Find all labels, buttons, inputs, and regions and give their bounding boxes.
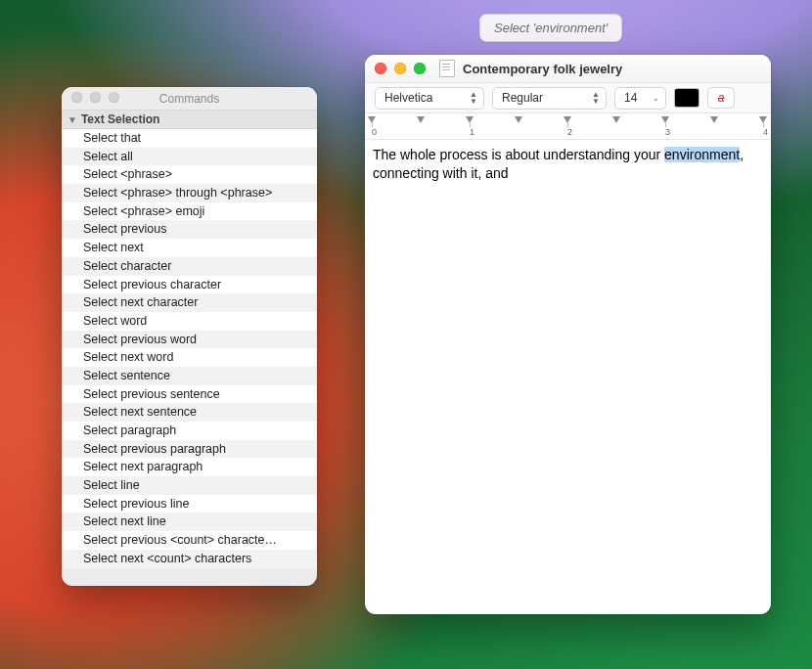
command-row[interactable]: Select <phrase> through <phrase> bbox=[62, 184, 317, 202]
command-row[interactable]: Select next sentence bbox=[62, 403, 317, 422]
commands-group-header[interactable]: ▼ Text Selection bbox=[62, 110, 317, 129]
tab-stop-icon[interactable] bbox=[466, 116, 474, 123]
commands-window: Commands ▼ Text Selection Select thatSel… bbox=[62, 87, 317, 586]
document-title: Contemporary folk jewelry bbox=[463, 62, 622, 76]
tab-stop-icon[interactable] bbox=[661, 116, 669, 123]
document-icon bbox=[439, 60, 455, 77]
commands-group-label: Text Selection bbox=[81, 112, 159, 126]
updown-icon: ▲▼ bbox=[592, 91, 600, 105]
tab-stop-icon[interactable] bbox=[368, 116, 376, 123]
command-row[interactable]: Select next line bbox=[62, 513, 317, 531]
tab-stop-icon[interactable] bbox=[515, 116, 522, 123]
font-size-stepper[interactable]: 14 ⌄ bbox=[614, 87, 666, 110]
command-row[interactable]: Select all bbox=[62, 148, 317, 166]
tab-stop-icon[interactable] bbox=[417, 116, 425, 123]
document-body[interactable]: The whole process is about understanding… bbox=[365, 140, 771, 614]
desktop-background: Select 'environment' Commands ▼ Text Sel… bbox=[0, 0, 812, 669]
stepper-icon: ⌄ bbox=[653, 94, 659, 103]
command-row[interactable]: Select previous paragraph bbox=[62, 440, 317, 459]
command-row[interactable]: Select <phrase> bbox=[62, 165, 317, 184]
minimize-icon[interactable] bbox=[90, 92, 101, 103]
tab-stop-icon[interactable] bbox=[710, 116, 718, 123]
command-row[interactable]: Select that bbox=[62, 129, 317, 148]
clear-formatting-button[interactable]: a bbox=[707, 87, 735, 109]
close-icon[interactable] bbox=[375, 63, 386, 74]
traffic-lights-disabled bbox=[71, 92, 119, 103]
command-row[interactable]: Select next character bbox=[62, 293, 317, 312]
traffic-lights bbox=[375, 63, 426, 74]
selected-text: environment bbox=[664, 147, 740, 162]
text-color-swatch[interactable] bbox=[674, 88, 699, 108]
command-row[interactable]: Select word bbox=[62, 312, 317, 331]
commands-list: Select thatSelect allSelect <phrase>Sele… bbox=[62, 129, 317, 586]
document-window: Contemporary folk jewelry Helvetica ▲▼ R… bbox=[365, 55, 771, 614]
command-row[interactable]: Select previous word bbox=[62, 331, 317, 349]
command-row[interactable]: Select previous bbox=[62, 220, 317, 239]
font-style-select[interactable]: Regular ▲▼ bbox=[492, 87, 607, 110]
command-row[interactable]: Select next <count> characters bbox=[62, 550, 317, 568]
command-row[interactable]: Select character bbox=[62, 257, 317, 276]
commands-titlebar[interactable]: Commands bbox=[62, 87, 317, 110]
clear-formatting-glyph: a bbox=[718, 91, 725, 105]
command-row[interactable]: Select <phrase> emoji bbox=[62, 202, 317, 221]
font-size-value: 14 bbox=[624, 91, 637, 105]
siri-suggestion-pill: Select 'environment' bbox=[479, 14, 622, 42]
command-row[interactable]: Select line bbox=[62, 476, 317, 495]
chevron-down-icon: ▼ bbox=[68, 114, 77, 125]
command-row[interactable]: Select next word bbox=[62, 348, 317, 367]
updown-icon: ▲▼ bbox=[470, 91, 477, 105]
tab-stop-icon[interactable] bbox=[564, 116, 571, 123]
command-row[interactable]: Select previous sentence bbox=[62, 385, 317, 404]
font-family-select[interactable]: Helvetica ▲▼ bbox=[375, 87, 484, 110]
command-row[interactable]: Select previous <count> characte… bbox=[62, 531, 317, 550]
command-row[interactable]: Select sentence bbox=[62, 367, 317, 385]
body-text-before: The whole process is about understanding… bbox=[373, 147, 664, 162]
command-row[interactable]: Select next paragraph bbox=[62, 458, 317, 476]
tab-stop-icon[interactable] bbox=[612, 116, 620, 123]
tab-stop-icon[interactable] bbox=[759, 116, 767, 123]
command-row[interactable]: Select paragraph bbox=[62, 422, 317, 440]
zoom-icon[interactable] bbox=[109, 92, 119, 103]
command-row[interactable]: Select next bbox=[62, 239, 317, 257]
document-titlebar[interactable]: Contemporary folk jewelry bbox=[365, 55, 771, 83]
format-toolbar: Helvetica ▲▼ Regular ▲▼ 14 ⌄ a bbox=[365, 83, 771, 113]
command-row[interactable]: Select previous line bbox=[62, 495, 317, 513]
minimize-icon[interactable] bbox=[394, 63, 406, 74]
command-row[interactable]: Select previous character bbox=[62, 276, 317, 294]
zoom-icon[interactable] bbox=[414, 63, 426, 74]
font-style-value: Regular bbox=[502, 91, 543, 105]
ruler[interactable] bbox=[365, 113, 771, 140]
close-icon[interactable] bbox=[71, 92, 82, 103]
font-family-value: Helvetica bbox=[384, 91, 432, 105]
commands-window-title: Commands bbox=[159, 92, 219, 106]
